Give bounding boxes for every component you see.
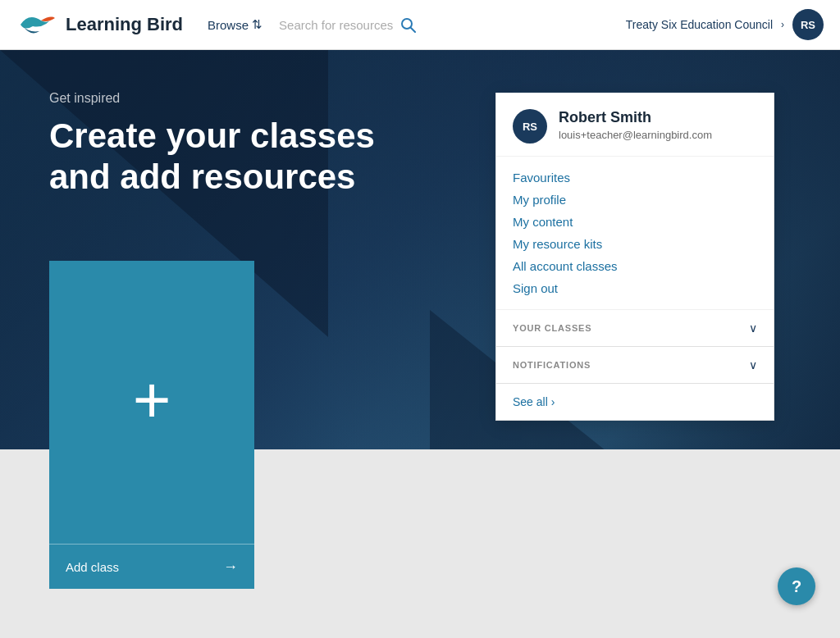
browse-chevron-icon: ⇅ (252, 17, 262, 32)
notifications-header[interactable]: NOTIFICATIONS ∨ (496, 347, 774, 383)
your-classes-label: YOUR CLASSES (513, 323, 591, 333)
menu-link-sign-out[interactable]: Sign out (513, 277, 757, 299)
add-class-footer: Add class → (49, 544, 254, 589)
user-dropdown-panel: RS Robert Smith louis+teacher@learningbi… (495, 93, 774, 421)
menu-link-favourites[interactable]: Favourites (513, 166, 757, 189)
dropdown-user-name: Robert Smith (559, 109, 712, 126)
add-class-card[interactable]: + Add class → (49, 261, 254, 589)
svg-point-0 (402, 19, 412, 29)
see-all-link[interactable]: See all (513, 395, 548, 408)
your-classes-section: YOUR CLASSES ∨ (496, 310, 774, 347)
user-avatar-button[interactable]: RS (792, 9, 824, 40)
add-class-label: Add class (66, 560, 119, 574)
menu-link-all-account-classes[interactable]: All account classes (513, 255, 757, 277)
logo-icon (16, 8, 57, 41)
browse-label: Browse (208, 18, 249, 32)
dropdown-menu-links: Favourites My profile My content My reso… (496, 157, 774, 310)
menu-link-my-profile[interactable]: My profile (513, 189, 757, 211)
header: Learning Bird Browse ⇅ Search for resour… (0, 0, 840, 50)
plus-icon: + (133, 367, 171, 433)
council-name[interactable]: Treaty Six Education Council (626, 18, 773, 31)
menu-link-my-resource-kits[interactable]: My resource kits (513, 233, 757, 255)
logo-text: Learning Bird (66, 14, 183, 35)
help-button[interactable]: ? (778, 567, 815, 605)
header-right: Treaty Six Education Council › RS (626, 9, 824, 40)
dropdown-user-info: Robert Smith louis+teacher@learningbird.… (559, 109, 712, 141)
notifications-section: NOTIFICATIONS ∨ (496, 347, 774, 384)
hero-section: Get inspired Create your classes and add… (0, 50, 840, 638)
dropdown-user-section: RS Robert Smith louis+teacher@learningbi… (496, 93, 774, 157)
see-all-chevron-icon: › (551, 395, 555, 408)
dropdown-user-email: louis+teacher@learningbird.com (559, 129, 712, 141)
notifications-chevron-icon: ∨ (749, 358, 757, 371)
browse-nav[interactable]: Browse ⇅ (208, 17, 262, 32)
svg-line-1 (411, 28, 415, 32)
hero-title: Create your classes and add resources (49, 116, 459, 198)
your-classes-header[interactable]: YOUR CLASSES ∨ (496, 310, 774, 346)
see-all-row: See all › (496, 384, 774, 420)
search-icon (399, 16, 416, 33)
notifications-label: NOTIFICATIONS (513, 360, 591, 370)
your-classes-chevron-icon: ∨ (749, 321, 757, 335)
menu-link-my-content[interactable]: My content (513, 211, 757, 233)
search-area[interactable]: Search for resources (279, 16, 626, 33)
council-chevron-icon: › (781, 19, 784, 30)
search-text: Search for resources (279, 18, 393, 32)
logo-area[interactable]: Learning Bird (16, 8, 183, 41)
add-class-arrow-icon: → (223, 558, 238, 576)
dropdown-user-avatar: RS (513, 109, 547, 144)
